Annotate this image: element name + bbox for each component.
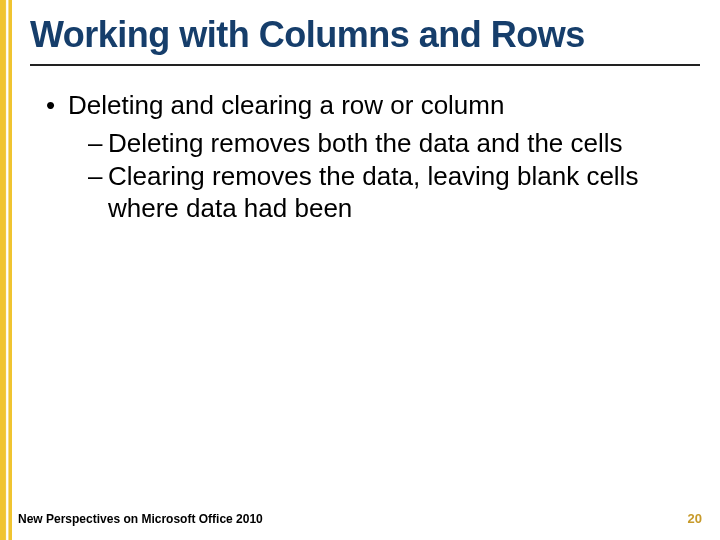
page-number: 20 bbox=[688, 511, 702, 526]
title-underline bbox=[30, 64, 700, 66]
bullet-level2: Clearing removes the data, leaving blank… bbox=[46, 161, 686, 224]
bullet-level2: Deleting removes both the data and the c… bbox=[46, 128, 686, 160]
title-block: Working with Columns and Rows bbox=[30, 14, 700, 66]
footer-text: New Perspectives on Microsoft Office 201… bbox=[18, 512, 263, 526]
body-content: Deleting and clearing a row or column De… bbox=[46, 90, 686, 225]
left-accent-bar bbox=[0, 0, 12, 540]
bullet-level1: Deleting and clearing a row or column bbox=[46, 90, 686, 122]
slide-title: Working with Columns and Rows bbox=[30, 14, 700, 62]
